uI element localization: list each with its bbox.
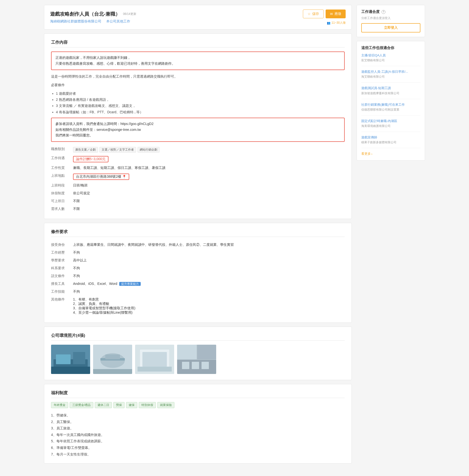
main-content: 遊戲攻略創作人員（台北-兼職） 06/14更新 海綿樹網路社群媒體股份有限公司 …: [44, 5, 352, 467]
welfare-list: 1、勞健保。 2、員工醫保。 3、員工旅遊。 4、每年一次員工國內或國外旅遊。 …: [51, 412, 345, 458]
similar-jobs-card: 這些工作也很適合你 主播/節目QA人員 彩艾聯絡有限公司 遊戲監控人員-工讀(A…: [357, 41, 425, 161]
highlight2-line1: 參加者請填入資料，我們會通知上課時間：https://goo.gl/nCLgD2: [55, 121, 340, 127]
info-icon: ?: [382, 10, 385, 14]
welfare-item-4: 4、每年一次員工國內或國外旅遊。: [51, 431, 345, 438]
svg-rect-9: [93, 369, 132, 374]
identity-row: 接受身份 上班族、應屆畢業生、日間就讀中、夜間就讀中、研發替代役、外籍人士、原住…: [51, 241, 345, 249]
similar-job-title-0[interactable]: 主播/節目QA人員: [361, 53, 420, 58]
identity-label: 接受身份: [51, 241, 73, 249]
headcount-text: 11~30人徵: [332, 21, 346, 25]
experience-value: 不拘: [73, 249, 345, 256]
tools-row: 擅長工具 Android、iOS、Excel、Word 提升專業能力: [51, 280, 345, 288]
similar-job-title-3[interactable]: 社群行銷業務(兼職)可在來工作: [361, 103, 420, 107]
similar-job-title-2[interactable]: 遊戲測試員-短期工讀: [361, 86, 420, 90]
welfare-item-2: 2、員工醫保。: [51, 419, 345, 425]
svg-rect-4: [51, 367, 90, 374]
match-title: 工作適合度 ?: [361, 10, 420, 14]
office-photo-2[interactable]: [93, 345, 132, 374]
job-content-title: 工作內容: [51, 40, 345, 48]
experience-row: 工作經歷 不拘: [51, 249, 345, 256]
svg-rect-8: [105, 354, 120, 359]
job-content-section: 工作內容 正港的遊戲玩家，不用怕家人說玩遊戲賺不到錢， 只要你熟悉遊戲會寫攻略、…: [44, 33, 352, 219]
match-subtitle: 分析工作適合度須登入: [361, 16, 420, 20]
welfare-tags: 年終獎金 三節獎金/禮品 遞休二日 勞保 健保 特別休假 就業保險: [51, 402, 345, 408]
location-row: 上班地點 台北市內湖區行善路388號2樓 📍: [51, 172, 345, 182]
similar-job-title-5[interactable]: 遊戲宣傳師: [361, 135, 420, 140]
svg-rect-20: [201, 362, 209, 369]
match-title-text: 工作適合度: [361, 10, 380, 14]
welfare-tag-4: 健保: [126, 402, 137, 408]
language-row: 語文條件 不拘: [51, 272, 345, 280]
company-link[interactable]: 海綿樹網路社群媒體股份有限公司: [50, 19, 101, 24]
similar-jobs-title: 這些工作也很適合你: [361, 46, 420, 50]
star-icon: ☆: [308, 12, 311, 16]
office-photo-3[interactable]: [135, 345, 174, 374]
tag-edit: 文選／校對／文字工作者: [100, 147, 136, 153]
chevron-right-icon: ›: [371, 152, 372, 156]
job-header-card: 遊戲攻略創作人員（台北-兼職） 06/14更新 海綿樹網路社群媒體股份有限公司 …: [44, 5, 352, 30]
major-label: 科系要求: [51, 264, 73, 272]
other-label: 其他條件: [51, 296, 73, 317]
similar-job-title-4[interactable]: 固定式駐計時兼職-內湖區: [361, 119, 420, 123]
vacation-label: 休假制度: [51, 190, 73, 197]
desc-para1: 這是一份時間彈性佳的工作，完全自由分配工作時間，只需透過網路交職執行即可。: [51, 74, 345, 79]
language-label: 語文條件: [51, 272, 73, 280]
other-jobs-link[interactable]: 本公司其他工作: [106, 19, 130, 24]
svg-rect-2: [56, 354, 71, 364]
highlight2-line2: 如有相關作品請先郵件至：service@sponge-tree.com.tw: [55, 127, 340, 133]
welfare-tag-0: 年終獎金: [51, 402, 68, 408]
similar-job-company-3: 信德思聯那有限公司附設置業: [361, 108, 420, 112]
overtime-label: 可上班日: [51, 197, 73, 205]
welfare-item-6: 6、準備筆電/工作雙螢幕。: [51, 444, 345, 451]
highlight2-line3: 我們將第一時間回覆您。: [55, 133, 340, 138]
save-button[interactable]: ☆ 儲存: [303, 10, 324, 18]
other-value: 1、有梗、有創意 2、誠實、負責、有禮貌 3、自備筆電或智慧型手機(接取工作使用…: [73, 296, 345, 317]
apply-button[interactable]: ✉ 應徵: [326, 10, 346, 18]
svg-rect-18: [182, 362, 189, 369]
welfare-tag-1: 三節獎金/禮品: [70, 402, 93, 408]
other-item-4: 4、至少需一個論壇/媒帖與Line(聯繫用): [73, 311, 345, 315]
see-more-link[interactable]: 看更多 ›: [361, 152, 420, 156]
login-button[interactable]: 立即登入: [361, 23, 420, 32]
similar-job-4: 固定式駐計時兼職-內湖區 海美環境維護有限公司: [361, 119, 420, 132]
photos-title: 公司環境照片(4張): [51, 333, 345, 341]
see-more-text: 看更多: [361, 152, 371, 156]
highlight1-line1: 正港的遊戲玩家，不用怕家人說玩遊戲賺不到錢，: [55, 55, 340, 61]
tag-web: 網站行銷企劃: [137, 147, 160, 153]
location-highlight: 台北市內湖區行善路388號2樓 📍: [73, 174, 129, 180]
nature-label: 工作性質: [51, 164, 73, 172]
svg-rect-13: [137, 367, 172, 372]
job-header-left: 遊戲攻略創作人員（台北-兼職） 06/14更新 海綿樹網路社群媒體股份有限公司 …: [50, 11, 136, 24]
req-item-2: 2 熟悉網路各應用語 / 各遊戲用語，: [56, 97, 345, 103]
pin-icon: 📍: [122, 175, 126, 179]
job-title-row: 遊戲攻略創作人員（台北-兼職） 06/14更新: [50, 11, 136, 17]
job-category-tags: 廣告文案／企劃 文選／校對／文字工作者 網站行銷企劃: [73, 147, 345, 153]
office-photo-1[interactable]: [51, 345, 90, 374]
time-row: 上班時段 日班/晚班: [51, 182, 345, 190]
tools-label: 擅長工具: [51, 280, 73, 288]
welfare-section: 福利制度 年終獎金 三節獎金/禮品 遞休二日 勞保 健保 特別休假 就業保險 1…: [44, 384, 352, 463]
tools-badge[interactable]: 提升專業能力: [119, 282, 141, 286]
location-label: 上班地點: [51, 172, 73, 182]
education-row: 學歷要求 高中以上: [51, 256, 345, 264]
major-row: 科系要求 不拘: [51, 264, 345, 272]
vacation-value: 依公司規定: [73, 190, 345, 197]
welfare-item-7: 7、每月一天女性生理假。: [51, 451, 345, 458]
req-item-3: 3 文筆流暢 ／ 有實遊遊戲攻略文、感想文、議題文，: [56, 103, 345, 109]
requirements-title: 條件要求: [51, 229, 345, 237]
other-item-2: 2、誠實、負責、有禮貌: [73, 302, 345, 306]
salary-label: 工作待遇: [51, 154, 73, 164]
welfare-tag-2: 遞休二日: [95, 402, 112, 408]
office-photo-4[interactable]: [177, 345, 216, 374]
welfare-item-1: 1、勞健保。: [51, 412, 345, 419]
similar-job-0: 主播/節目QA人員 彩艾聯絡有限公司: [361, 53, 420, 66]
time-label: 上班時段: [51, 182, 73, 190]
location-text: 台北市內湖區行善路388號2樓: [76, 175, 121, 179]
svg-rect-15: [177, 345, 197, 359]
svg-rect-3: [73, 352, 85, 364]
headcount-label: 需求人數: [51, 205, 73, 213]
salary-value: 論件計酬5~3,000元: [73, 154, 345, 164]
other-row: 其他條件 1、有梗、有創意 2、誠實、負責、有禮貌 3、自備筆電或智慧型手機(接…: [51, 296, 345, 317]
similar-job-title-1[interactable]: 遊戲監控人員-工讀(A:假日早班/...: [361, 70, 420, 74]
skills-label: 工作技能: [51, 288, 73, 296]
